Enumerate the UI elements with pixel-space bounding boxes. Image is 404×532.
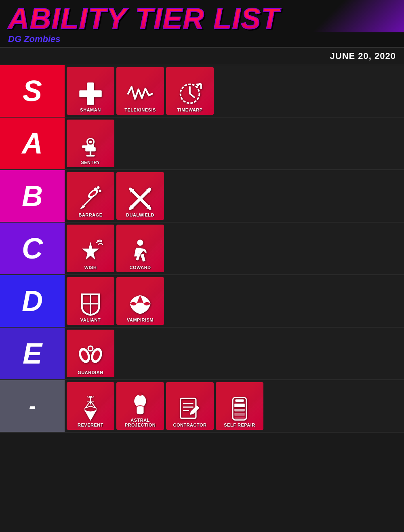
svg-rect-40 <box>181 398 196 418</box>
shaman-icon <box>78 81 103 107</box>
selfrepair-icon <box>227 396 253 422</box>
tier-label-c: C <box>0 223 65 274</box>
ability-wish[interactable]: WISH <box>67 225 114 272</box>
selfrepair-label: SELF REPAIR <box>224 423 255 427</box>
tier-items-a: SENTRY <box>65 118 404 169</box>
dualwield-label: DUALWIELD <box>126 212 154 217</box>
valiant-icon <box>78 291 103 317</box>
main-title-wrapper: ABILITY TIER LIST <box>8 4 396 33</box>
svg-rect-7 <box>86 155 95 156</box>
svg-marker-22 <box>82 242 99 260</box>
coward-icon <box>127 238 153 264</box>
tier-label-e: E <box>0 328 65 379</box>
ability-telekinesis[interactable]: TELEKINESIS <box>116 67 164 115</box>
timewarp-icon <box>177 81 203 107</box>
astral-label: ASTRAL PROJECTION <box>116 418 164 427</box>
reverent-icon <box>78 396 103 422</box>
svg-rect-5 <box>82 145 88 148</box>
ability-selfrepair[interactable]: SELF REPAIR <box>216 382 263 430</box>
svg-point-15 <box>97 186 99 189</box>
svg-rect-46 <box>234 404 245 407</box>
tier-row-a: A SENTRY <box>0 118 404 170</box>
barrage-icon <box>78 186 103 212</box>
svg-point-39 <box>139 393 142 395</box>
svg-rect-49 <box>234 417 245 419</box>
wish-icon <box>78 238 103 264</box>
date-bar: JUNE 20, 2020 <box>0 48 404 65</box>
tier-row-d: D VALIANT <box>0 275 404 328</box>
ability-valiant[interactable]: VALIANT <box>67 277 114 325</box>
valiant-label: VALIANT <box>80 318 101 322</box>
tier-row-c: C WISH <box>0 223 404 275</box>
main-title: ABILITY TIER LIST <box>8 4 280 33</box>
coward-label: COWARD <box>129 265 151 270</box>
contractor-label: CONTRACTOR <box>173 423 206 427</box>
ability-dualwield[interactable]: DUALWIELD <box>116 172 164 220</box>
timewarp-label: TIMEWARP <box>177 107 202 112</box>
ability-shaman[interactable]: SHAMAN <box>67 67 114 115</box>
ability-barrage[interactable]: BARRAGE <box>67 172 114 220</box>
ability-timewarp[interactable]: TIMEWARP <box>166 67 214 115</box>
svg-point-13 <box>94 187 98 191</box>
svg-point-9 <box>89 141 92 143</box>
svg-point-23 <box>137 240 143 246</box>
tier-row-none: - <box>0 380 404 433</box>
tier-items-c: WISH COWARD <box>65 223 404 274</box>
header: ABILITY TIER LIST DG Zombies <box>0 0 404 48</box>
tier-items-d: VALIANT VAMPIRISM <box>65 275 404 327</box>
tier-items-none: REVERENT ASTRAL PROJECTION <box>65 380 404 432</box>
tier-label-d: D <box>0 275 65 327</box>
svg-rect-47 <box>234 409 245 411</box>
ability-astral[interactable]: ASTRAL PROJECTION <box>116 382 164 430</box>
tier-items-b: BARRAGE DUALWIELD <box>65 170 404 222</box>
svg-point-31 <box>89 347 93 351</box>
svg-point-14 <box>99 190 101 192</box>
tier-row-e: E GUARDIAN <box>0 328 404 380</box>
tier-label-a: A <box>0 118 65 169</box>
tier-label-b: B <box>0 170 65 222</box>
reverent-label: REVERENT <box>78 423 103 427</box>
tier-row-s: S SHAMAN <box>0 65 404 118</box>
svg-rect-48 <box>234 413 245 416</box>
vampirism-label: VAMPIRISM <box>127 318 154 322</box>
tier-label-s: S <box>0 65 65 117</box>
telekinesis-label: TELEKINESIS <box>124 107 156 112</box>
telekinesis-icon <box>127 81 153 107</box>
ability-coward[interactable]: COWARD <box>116 225 164 272</box>
tier-items-s: SHAMAN TELEKINESIS <box>65 65 404 117</box>
shaman-label: SHAMAN <box>80 107 101 112</box>
wish-label: WISH <box>84 265 97 270</box>
date-label: JUNE 20, 2020 <box>330 51 396 61</box>
ability-contractor[interactable]: CONTRACTOR <box>166 382 214 430</box>
ability-sentry[interactable]: SENTRY <box>67 120 114 167</box>
astral-icon <box>127 391 153 417</box>
svg-rect-45 <box>235 400 244 402</box>
dualwield-icon <box>127 186 153 212</box>
tier-row-b: B BARRAGE <box>0 170 404 223</box>
subtitle: DG Zombies <box>8 34 396 44</box>
svg-rect-1 <box>79 90 101 97</box>
tier-list: S SHAMAN <box>0 65 404 433</box>
sentry-icon <box>78 133 103 159</box>
contractor-icon <box>177 396 203 422</box>
tier-label-none: - <box>0 380 65 432</box>
ability-reverent[interactable]: REVERENT <box>67 382 114 430</box>
barrage-label: BARRAGE <box>78 212 102 217</box>
sentry-label: SENTRY <box>81 160 100 165</box>
guardian-icon <box>78 343 103 369</box>
ability-guardian[interactable]: GUARDIAN <box>67 330 114 377</box>
guardian-label: GUARDIAN <box>78 370 103 375</box>
vampirism-icon <box>127 291 153 317</box>
ability-vampirism[interactable]: VAMPIRISM <box>116 277 164 325</box>
tier-items-e: GUARDIAN <box>65 328 404 379</box>
